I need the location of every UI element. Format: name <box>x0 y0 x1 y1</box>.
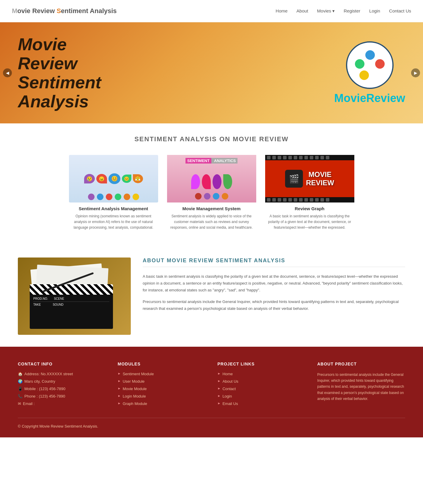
dot-red <box>375 59 385 69</box>
logo-circle <box>346 41 394 89</box>
footer-modules-list: ► Sentiment Module ► User Module ► Movie… <box>118 372 206 406</box>
contact-email: ✉ Email : <box>18 401 106 406</box>
brand-logo[interactable]: Movie Review Sentiment Analysis <box>12 7 117 15</box>
footer: CONTACT INFO 🏠 Address: No.XXXXXX street… <box>0 347 423 437</box>
dot-green <box>355 59 364 69</box>
logo-dots <box>355 50 385 80</box>
hero-logo: MovieReview <box>334 41 405 105</box>
footer-about-title: ABOUT PROJECT <box>317 362 405 366</box>
hero-brand-text: MovieReview <box>334 92 405 105</box>
card-review-graph: 🎬 MOVIEREVIEW Review Graph A basic task … <box>265 155 354 231</box>
globe-icon: 🌍 <box>18 379 23 384</box>
movie-review-text: MOVIEREVIEW <box>306 170 334 187</box>
footer-modules: MODULES ► Sentiment Module ► User Module… <box>118 362 206 409</box>
card-movie-management: SENTIMENT ANALYTICS Movie Management Sys… <box>167 155 256 231</box>
dot-yellow <box>359 70 369 80</box>
about-title: ABOUT MOVIE REVIEW SENTIMENT ANALYSIS <box>143 258 405 267</box>
card-sentiment-desc: Opinion mining (sometimes known as senti… <box>69 213 158 231</box>
film-strip-top <box>265 155 354 160</box>
about-section: PROD.NO.SCENE TAKESOUND ABOUT MOVIE REVI… <box>0 246 423 347</box>
card-analytics-image: SENTIMENT ANALYTICS <box>167 155 256 202</box>
footer-project-list: ► Home ► About Us ► Contact ► Login ► Em… <box>218 372 306 406</box>
film-strip-bottom <box>265 197 354 202</box>
arrow-icon: ► <box>218 387 221 390</box>
footer-contact-list: 🏠 Address: No.XXXXXX street 🌍 Mars city,… <box>18 372 106 406</box>
link-about[interactable]: ► About Us <box>218 379 306 384</box>
arrow-icon: ► <box>118 387 121 390</box>
arrow-icon: ► <box>118 372 121 375</box>
module-movie[interactable]: ► Movie Module <box>118 387 206 391</box>
contact-address: 🏠 Address: No.XXXXXX street <box>18 372 106 376</box>
card-sentiment-title: Sentiment Analysis Management <box>69 206 158 211</box>
footer-about-project: ABOUT PROJECT Precursors to sentimental … <box>317 362 405 409</box>
about-content: ABOUT MOVIE REVIEW SENTIMENT ANALYSIS A … <box>143 258 405 317</box>
section-main-title: SENTIMENT ANALYSIS ON MOVIE REVIEW <box>0 123 423 149</box>
card-review-graph-title: Review Graph <box>265 206 354 211</box>
footer-modules-title: MODULES <box>118 362 206 366</box>
nav-contact[interactable]: Contact Us <box>389 8 411 13</box>
footer-project-title: PROJECT LINKS <box>218 362 306 366</box>
card-movie-management-desc: Sentiment analysis is widely applied to … <box>167 213 256 231</box>
nav-register[interactable]: Register <box>344 8 360 13</box>
nav-movies[interactable]: Movies ▾ <box>317 8 335 13</box>
card-review-image: 🎬 MOVIEREVIEW <box>265 155 354 202</box>
nav-login[interactable]: Login <box>369 8 380 13</box>
home-icon: 🏠 <box>18 372 23 376</box>
card-review-graph-desc: A basic task in sentiment analysis is cl… <box>265 213 354 231</box>
contact-phone: 📞 Phone : (123) 456-7890 <box>18 394 106 398</box>
footer-grid: CONTACT INFO 🏠 Address: No.XXXXXX street… <box>18 362 405 409</box>
arrow-icon: ► <box>118 394 121 398</box>
link-email[interactable]: ► Email Us <box>218 401 306 406</box>
link-home[interactable]: ► Home <box>218 372 306 376</box>
module-graph[interactable]: ► Graph Module <box>118 401 206 406</box>
about-image: PROD.NO.SCENE TAKESOUND <box>18 258 131 335</box>
nav-about[interactable]: About <box>296 8 308 13</box>
about-paragraph2: Precursors to sentimental analysis inclu… <box>143 298 405 312</box>
sa-label: SENTIMENT ANALYTICS <box>167 158 256 163</box>
card-movie-management-title: Movie Management System <box>167 206 256 211</box>
footer-copyright: © Copyright Movie Review Sentiment Analy… <box>18 418 405 428</box>
card-sentiment: 😢 😠 😊 😐 😤 Sentiment Analysis Management … <box>69 155 158 231</box>
module-sentiment[interactable]: ► Sentiment Module <box>118 372 206 376</box>
contact-mobile: 📱 Mobile : (123) 456-7890 <box>18 387 106 391</box>
navbar: Movie Review Sentiment Analysis Home Abo… <box>0 0 423 22</box>
hero-next-arrow[interactable]: ▶ <box>411 68 420 77</box>
module-login[interactable]: ► Login Module <box>118 394 206 398</box>
link-login[interactable]: ► Login <box>218 394 306 398</box>
module-user[interactable]: ► User Module <box>118 379 206 384</box>
mobile-icon: 📱 <box>18 387 23 391</box>
email-icon: ✉ <box>18 401 21 406</box>
arrow-icon: ► <box>218 372 221 375</box>
footer-project-links: PROJECT LINKS ► Home ► About Us ► Contac… <box>218 362 306 409</box>
arrow-icon: ► <box>118 379 121 383</box>
arrow-icon: ► <box>118 401 121 405</box>
hero-banner: ◀ Movie Review Sentiment Analysis MovieR… <box>0 22 423 123</box>
footer-contact: CONTACT INFO 🏠 Address: No.XXXXXX street… <box>18 362 106 409</box>
card-sentiment-image: 😢 😠 😊 😐 😤 <box>69 155 158 202</box>
dot-blue <box>365 50 375 60</box>
phone-icon: 📞 <box>18 394 23 398</box>
hero-prev-arrow[interactable]: ◀ <box>3 68 12 77</box>
arrow-icon: ► <box>218 401 221 405</box>
contact-city: 🌍 Mars city, Country <box>18 379 106 384</box>
about-paragraph1: A basic task in sentiment analysis is cl… <box>143 273 405 294</box>
cards-container: 😢 😠 😊 😐 😤 Sentiment Analysis Management … <box>0 149 423 246</box>
link-contact[interactable]: ► Contact <box>218 387 306 391</box>
arrow-icon: ► <box>218 379 221 383</box>
hero-title: Movie Review Sentiment Analysis <box>18 35 101 111</box>
footer-contact-title: CONTACT INFO <box>18 362 106 366</box>
arrow-icon: ► <box>218 394 221 398</box>
nav-menu: Home About Movies ▾ Register Login Conta… <box>276 8 411 14</box>
nav-home[interactable]: Home <box>276 8 287 13</box>
footer-about-text: Precursors to sentimental analysis inclu… <box>317 372 405 402</box>
